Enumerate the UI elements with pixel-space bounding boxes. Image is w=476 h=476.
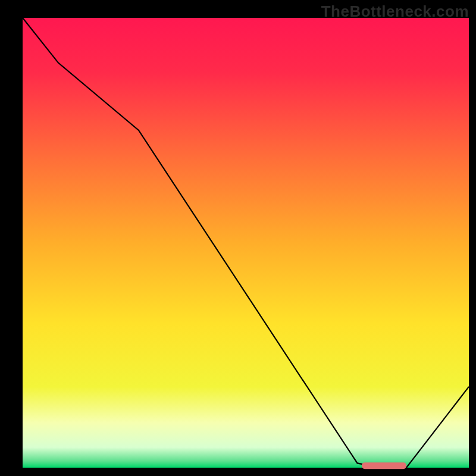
plot-background	[23, 18, 469, 468]
watermark-text: TheBottleneck.com	[321, 2, 469, 21]
optimal-range-marker	[362, 462, 406, 469]
chart-frame: TheBottleneck.com	[0, 0, 476, 476]
bottleneck-chart	[0, 0, 476, 476]
